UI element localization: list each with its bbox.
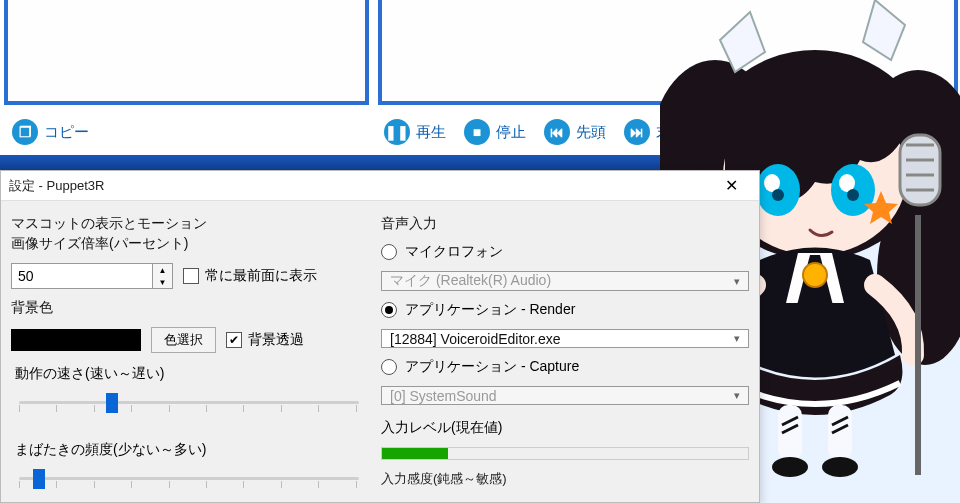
blink-slider-wrap: まばたきの頻度(少ない～多い)	[11, 439, 367, 493]
slider-thumb-icon[interactable]	[33, 469, 45, 489]
copy-button[interactable]: ❐ コピー	[6, 117, 95, 147]
toolbar-left: ❐ コピー	[6, 112, 95, 152]
input-level-label: 入力レベル(現在値)	[381, 419, 749, 437]
checkbox-box-icon	[183, 268, 199, 284]
bg-transparent-label: 背景透過	[248, 331, 304, 349]
play-label: 再生	[416, 123, 446, 142]
blink-slider-label: まばたきの頻度(少ない～多い)	[15, 441, 363, 459]
always-on-top-checkbox[interactable]: 常に最前面に表示	[183, 267, 317, 285]
mic-device-value: マイク (Realtek(R) Audio)	[390, 272, 551, 290]
slider-track	[19, 401, 359, 404]
speed-slider[interactable]	[15, 391, 363, 417]
stop-button[interactable]: ■ 停止	[458, 117, 532, 147]
bg-color-row: 色選択 ✔ 背景透過	[11, 327, 367, 353]
chevron-down-icon: ▾	[734, 332, 740, 345]
titlebar[interactable]: 設定 - Puppet3R ✕	[1, 171, 759, 201]
capture-radio[interactable]: アプリケーション - Capture	[381, 358, 749, 376]
radio-icon	[381, 359, 397, 375]
play-button[interactable]: ❚❚ 再生	[378, 117, 452, 147]
color-pick-button[interactable]: 色選択	[151, 327, 216, 353]
settings-dialog: 設定 - Puppet3R ✕ マスコットの表示とモーション 画像サイズ倍率(パ…	[0, 170, 760, 503]
slider-ticks	[19, 405, 359, 413]
svg-point-8	[772, 189, 784, 201]
svg-point-15	[772, 457, 808, 477]
slider-track	[19, 477, 359, 480]
chevron-down-icon: ▾	[734, 389, 740, 402]
mic-device-combo[interactable]: マイク (Realtek(R) Audio) ▾	[381, 271, 749, 291]
svg-point-12	[803, 263, 827, 287]
head-button[interactable]: ⏮ 先頭	[538, 117, 612, 147]
render-radio[interactable]: アプリケーション - Render	[381, 301, 749, 319]
slider-thumb-icon[interactable]	[106, 393, 118, 413]
audio-section-header: 音声入力	[381, 215, 749, 233]
bg-panel-left	[4, 0, 369, 105]
close-icon: ✕	[725, 176, 738, 195]
copy-label: コピー	[44, 123, 89, 142]
svg-rect-13	[778, 405, 802, 460]
spinner-down-icon[interactable]: ▼	[153, 276, 172, 288]
capture-device-value: [0] SystemSound	[390, 388, 497, 404]
toolbar-right: ❚❚ 再生 ■ 停止 ⏮ 先頭 ⏭ 末	[378, 112, 677, 152]
checkbox-box-icon: ✔	[226, 332, 242, 348]
render-device-value: [12884] VoiceroidEditor.exe	[390, 331, 560, 347]
meter-fill	[382, 448, 448, 459]
capture-device-combo[interactable]: [0] SystemSound ▾	[381, 386, 749, 405]
mascot-section-header2: 画像サイズ倍率(パーセント)	[11, 235, 367, 253]
audio-settings-column: 音声入力 マイクロフォン マイク (Realtek(R) Audio) ▾ アプ…	[381, 215, 749, 488]
blink-slider[interactable]	[15, 467, 363, 493]
mascot-section-header1: マスコットの表示とモーション	[11, 215, 367, 233]
input-level-meter	[381, 447, 749, 460]
chevron-down-icon: ▾	[734, 275, 740, 288]
size-spinner[interactable]: ▲ ▼	[11, 263, 173, 289]
render-device-combo[interactable]: [12884] VoiceroidEditor.exe ▾	[381, 329, 749, 348]
size-row: ▲ ▼ 常に最前面に表示	[11, 263, 367, 289]
always-on-top-label: 常に最前面に表示	[205, 267, 317, 285]
slider-ticks	[19, 481, 359, 489]
stop-icon: ■	[464, 119, 490, 145]
mic-radio-label: マイクロフォン	[405, 243, 503, 261]
dialog-body: マスコットの表示とモーション 画像サイズ倍率(パーセント) ▲ ▼ 常に最前面に…	[1, 201, 759, 502]
bg-color-swatch[interactable]	[11, 329, 141, 351]
svg-rect-14	[828, 405, 852, 460]
bg-color-label: 背景色	[11, 299, 367, 317]
stop-label: 停止	[496, 123, 526, 142]
skip-forward-icon: ⏭	[624, 119, 650, 145]
render-radio-label: アプリケーション - Render	[405, 301, 575, 319]
speed-slider-label: 動作の速さ(速い～遅い)	[15, 365, 363, 383]
speed-slider-wrap: 動作の速さ(速い～遅い)	[11, 363, 367, 417]
radio-selected-icon	[381, 302, 397, 318]
close-button[interactable]: ✕	[711, 172, 751, 200]
radio-icon	[381, 244, 397, 260]
bg-transparent-checkbox[interactable]: ✔ 背景透過	[226, 331, 304, 349]
svg-point-11	[847, 189, 859, 201]
mic-radio[interactable]: マイクロフォン	[381, 243, 749, 261]
capture-radio-label: アプリケーション - Capture	[405, 358, 579, 376]
copy-icon: ❐	[12, 119, 38, 145]
size-input[interactable]	[12, 264, 152, 288]
mascot-settings-column: マスコットの表示とモーション 画像サイズ倍率(パーセント) ▲ ▼ 常に最前面に…	[11, 215, 381, 488]
svg-point-16	[822, 457, 858, 477]
dialog-title: 設定 - Puppet3R	[9, 177, 711, 195]
sensitivity-label: 入力感度(鈍感～敏感)	[381, 470, 749, 488]
head-label: 先頭	[576, 123, 606, 142]
spinner-up-icon[interactable]: ▲	[153, 264, 172, 276]
pause-icon: ❚❚	[384, 119, 410, 145]
skip-back-icon: ⏮	[544, 119, 570, 145]
